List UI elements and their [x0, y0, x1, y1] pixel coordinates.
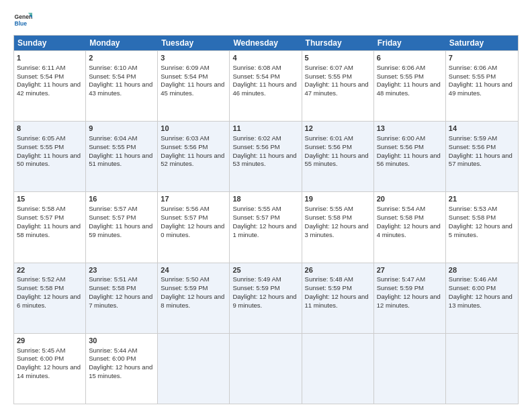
- day-number: 15: [17, 194, 83, 204]
- sunset-text: Sunset: 5:59 PM: [232, 284, 279, 291]
- day-cell-15: 15Sunrise: 5:58 AMSunset: 5:57 PMDayligh…: [14, 192, 86, 262]
- daylight-text: Daylight: 11 hours and 42 minutes.: [17, 81, 81, 97]
- sunrise-text: Sunrise: 5:51 AM: [89, 275, 137, 283]
- sunset-text: Sunset: 5:57 PM: [161, 214, 208, 221]
- daylight-text: Daylight: 11 hours and 55 minutes.: [305, 152, 369, 168]
- day-number: 11: [232, 124, 298, 134]
- day-number: 19: [305, 194, 371, 204]
- sunrise-text: Sunrise: 6:01 AM: [305, 134, 353, 142]
- sunset-text: Sunset: 5:55 PM: [449, 73, 496, 80]
- sunrise-text: Sunrise: 6:08 AM: [232, 64, 281, 71]
- empty-cell: [230, 334, 302, 404]
- sunrise-text: Sunrise: 6:09 AM: [161, 64, 209, 71]
- sunrise-text: Sunrise: 6:11 AM: [17, 64, 65, 71]
- empty-cell: [302, 334, 374, 404]
- calendar-header: SundayMondayTuesdayWednesdayThursdayFrid…: [14, 36, 518, 50]
- daylight-text: Daylight: 11 hours and 47 minutes.: [305, 81, 369, 97]
- empty-cell: [158, 334, 230, 404]
- day-number: 25: [232, 265, 298, 275]
- sunset-text: Sunset: 6:00 PM: [17, 355, 64, 362]
- day-cell-2: 2Sunrise: 6:10 AMSunset: 5:54 PMDaylight…: [86, 51, 158, 121]
- daylight-text: Daylight: 11 hours and 51 minutes.: [89, 152, 152, 168]
- sunrise-text: Sunrise: 6:07 AM: [305, 64, 353, 71]
- sunset-text: Sunset: 5:56 PM: [449, 143, 496, 150]
- day-cell-4: 4Sunrise: 6:08 AMSunset: 5:54 PMDaylight…: [230, 51, 302, 121]
- day-number: 12: [305, 124, 371, 134]
- sunset-text: Sunset: 5:59 PM: [161, 284, 208, 291]
- sunrise-text: Sunrise: 5:47 AM: [377, 275, 425, 283]
- day-number: 2: [89, 53, 154, 63]
- daylight-text: Daylight: 12 hours and 8 minutes.: [161, 293, 224, 309]
- daylight-text: Daylight: 12 hours and 15 minutes.: [89, 363, 152, 379]
- sunrise-text: Sunrise: 5:52 AM: [17, 275, 65, 283]
- sunset-text: Sunset: 5:58 PM: [449, 214, 496, 221]
- day-header-friday: Friday: [374, 36, 446, 50]
- day-cell-16: 16Sunrise: 5:57 AMSunset: 5:57 PMDayligh…: [86, 192, 158, 262]
- day-header-thursday: Thursday: [302, 36, 374, 50]
- day-cell-22: 22Sunrise: 5:52 AMSunset: 5:58 PMDayligh…: [14, 263, 86, 333]
- daylight-text: Daylight: 12 hours and 14 minutes.: [17, 363, 81, 379]
- sunset-text: Sunset: 5:56 PM: [377, 143, 424, 150]
- sunset-text: Sunset: 5:54 PM: [232, 73, 279, 80]
- day-number: 7: [449, 53, 515, 63]
- sunrise-text: Sunrise: 6:10 AM: [89, 64, 137, 71]
- day-cell-7: 7Sunrise: 6:06 AMSunset: 5:55 PMDaylight…: [446, 51, 518, 121]
- page: General Blue SundayMondayTuesdayWednesda…: [0, 0, 532, 411]
- day-header-sunday: Sunday: [14, 36, 86, 50]
- sunset-text: Sunset: 5:56 PM: [232, 143, 279, 150]
- sunrise-text: Sunrise: 6:03 AM: [161, 134, 209, 142]
- sunset-text: Sunset: 5:54 PM: [17, 73, 64, 80]
- daylight-text: Daylight: 11 hours and 53 minutes.: [232, 152, 296, 168]
- day-cell-12: 12Sunrise: 6:01 AMSunset: 5:56 PMDayligh…: [302, 122, 374, 191]
- day-cell-20: 20Sunrise: 5:54 AMSunset: 5:58 PMDayligh…: [374, 192, 446, 262]
- daylight-text: Daylight: 11 hours and 57 minutes.: [449, 152, 513, 168]
- sunset-text: Sunset: 6:00 PM: [89, 355, 136, 362]
- logo: General Blue: [13, 11, 32, 30]
- calendar-row-1: 1Sunrise: 6:11 AMSunset: 5:54 PMDaylight…: [14, 50, 518, 121]
- sunset-text: Sunset: 6:00 PM: [449, 284, 496, 291]
- daylight-text: Daylight: 11 hours and 43 minutes.: [89, 81, 152, 97]
- daylight-text: Daylight: 11 hours and 56 minutes.: [377, 152, 441, 168]
- daylight-text: Daylight: 11 hours and 46 minutes.: [232, 81, 296, 97]
- daylight-text: Daylight: 12 hours and 6 minutes.: [17, 293, 81, 309]
- sunrise-text: Sunrise: 5:50 AM: [161, 275, 209, 283]
- daylight-text: Daylight: 12 hours and 13 minutes.: [449, 293, 513, 309]
- daylight-text: Daylight: 11 hours and 59 minutes.: [89, 222, 152, 238]
- day-cell-8: 8Sunrise: 6:05 AMSunset: 5:55 PMDaylight…: [14, 122, 86, 191]
- sunset-text: Sunset: 5:57 PM: [17, 214, 64, 221]
- day-cell-25: 25Sunrise: 5:49 AMSunset: 5:59 PMDayligh…: [230, 263, 302, 333]
- day-number: 24: [161, 265, 226, 275]
- day-number: 9: [89, 124, 154, 134]
- daylight-text: Daylight: 12 hours and 5 minutes.: [449, 222, 513, 238]
- daylight-text: Daylight: 11 hours and 45 minutes.: [161, 81, 224, 97]
- sunset-text: Sunset: 5:58 PM: [377, 214, 424, 221]
- sunset-text: Sunset: 5:58 PM: [305, 214, 352, 221]
- day-number: 29: [17, 336, 83, 346]
- day-number: 4: [232, 53, 298, 63]
- sunrise-text: Sunrise: 5:57 AM: [89, 205, 137, 212]
- sunset-text: Sunset: 5:59 PM: [377, 284, 424, 291]
- sunset-text: Sunset: 5:57 PM: [89, 214, 136, 221]
- sunset-text: Sunset: 5:55 PM: [377, 73, 424, 80]
- day-number: 10: [161, 124, 226, 134]
- calendar-body: 1Sunrise: 6:11 AMSunset: 5:54 PMDaylight…: [14, 50, 518, 404]
- sunset-text: Sunset: 5:57 PM: [232, 214, 279, 221]
- day-cell-26: 26Sunrise: 5:48 AMSunset: 5:59 PMDayligh…: [302, 263, 374, 333]
- calendar-row-5: 29Sunrise: 5:45 AMSunset: 6:00 PMDayligh…: [14, 333, 518, 404]
- sunset-text: Sunset: 5:54 PM: [161, 73, 208, 80]
- day-number: 3: [161, 53, 226, 63]
- sunset-text: Sunset: 5:55 PM: [17, 143, 64, 150]
- daylight-text: Daylight: 12 hours and 11 minutes.: [305, 293, 369, 309]
- day-number: 30: [89, 336, 154, 346]
- sunset-text: Sunset: 5:58 PM: [17, 284, 64, 291]
- daylight-text: Daylight: 12 hours and 4 minutes.: [377, 222, 441, 238]
- day-cell-29: 29Sunrise: 5:45 AMSunset: 6:00 PMDayligh…: [14, 334, 86, 404]
- sunrise-text: Sunrise: 5:44 AM: [89, 347, 137, 354]
- sunset-text: Sunset: 5:55 PM: [89, 143, 136, 150]
- day-cell-23: 23Sunrise: 5:51 AMSunset: 5:58 PMDayligh…: [86, 263, 158, 333]
- sunset-text: Sunset: 5:59 PM: [305, 284, 352, 291]
- svg-text:General: General: [15, 13, 32, 20]
- calendar-row-3: 15Sunrise: 5:58 AMSunset: 5:57 PMDayligh…: [14, 191, 518, 262]
- calendar-row-2: 8Sunrise: 6:05 AMSunset: 5:55 PMDaylight…: [14, 121, 518, 191]
- day-header-tuesday: Tuesday: [158, 36, 230, 50]
